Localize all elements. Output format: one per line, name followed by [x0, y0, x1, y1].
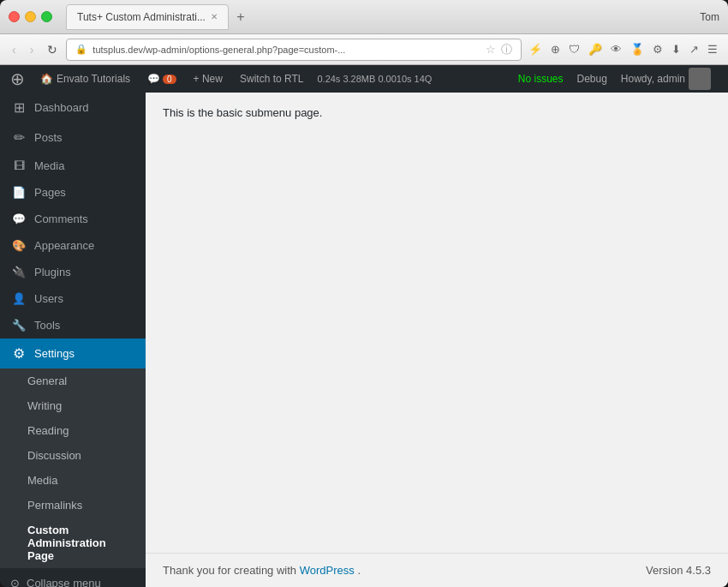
settings-submenu: General Writing Reading Discussion Media…: [0, 368, 146, 568]
submenu-discussion[interactable]: Discussion: [0, 443, 146, 468]
comment-bubble-icon: 💬: [147, 73, 160, 85]
howdy-label: Howdy, admin: [621, 73, 685, 85]
sidebar-label-appearance: Appearance: [34, 239, 94, 252]
new-tab-button[interactable]: +: [232, 9, 249, 25]
submenu-media[interactable]: Media: [0, 468, 146, 493]
no-issues-label: No issues: [511, 73, 570, 85]
address-bar[interactable]: 🔒 tutsplus.dev/wp-admin/options-general.…: [66, 39, 522, 61]
sidebar-item-dashboard[interactable]: ⊞ Dashboard: [0, 93, 146, 123]
layers-icon[interactable]: ⊕: [547, 41, 564, 57]
comments-count: 0: [163, 75, 176, 84]
sidebar-label-users: Users: [34, 292, 63, 305]
sidebar-item-media[interactable]: 🎞 Media: [0, 153, 146, 179]
content-main: This is the basic submenu page.: [146, 93, 728, 553]
lock-icon: 🔒: [75, 44, 87, 55]
footer-period: .: [357, 564, 361, 577]
dashboard-icon: ⊞: [10, 99, 27, 116]
sidebar-label-dashboard: Dashboard: [34, 101, 89, 114]
wp-logo-icon[interactable]: ⊕: [10, 69, 25, 89]
collapse-icon: ⊙: [10, 577, 20, 587]
submenu-permalinks[interactable]: Permalinks: [0, 493, 146, 518]
admin-bar-right: No issues Debug Howdy, admin: [511, 68, 718, 90]
collapse-menu-button[interactable]: ⊙ Collapse menu: [0, 568, 146, 587]
sidebar-label-comments: Comments: [34, 213, 88, 225]
wp-link[interactable]: WordPress: [300, 564, 355, 577]
share-icon[interactable]: ↗: [686, 41, 702, 57]
sidebar-label-tools: Tools: [34, 319, 60, 332]
media-icon: 🎞: [10, 159, 27, 172]
pages-icon: 📄: [10, 186, 27, 199]
submenu-writing[interactable]: Writing: [0, 393, 146, 418]
tools-icon: 🔧: [10, 319, 27, 332]
sidebar-label-settings: Settings: [34, 347, 75, 360]
close-button[interactable]: [9, 11, 20, 22]
browser-window: Tuts+ Custom Administrati... ✕ + Tom ‹ ›…: [0, 0, 728, 587]
footer-credit: Thank you for creating with WordPress .: [163, 564, 361, 577]
tab-bar: Tuts+ Custom Administrati... ✕ +: [66, 4, 695, 30]
star-icon[interactable]: ☆: [486, 43, 496, 56]
nav-icons: ⚡ ⊕ 🛡 🔑 👁 🏅 ⚙ ⬇ ↗ ☰: [525, 41, 721, 57]
new-content-item[interactable]: + New: [185, 65, 231, 93]
nav-bar: ‹ › ↻ 🔒 tutsplus.dev/wp-admin/options-ge…: [0, 34, 728, 65]
forward-button[interactable]: ›: [25, 39, 39, 60]
content-footer: Thank you for creating with WordPress . …: [146, 553, 728, 587]
comments-icon: 💬: [10, 213, 27, 225]
howdy-item[interactable]: Howdy, admin: [614, 68, 718, 90]
admin-stats: 0.24s 3.28MB 0.0010s 14Q: [312, 74, 437, 84]
debug-button[interactable]: Debug: [570, 73, 613, 85]
download-icon[interactable]: ⬇: [668, 41, 684, 57]
sidebar-item-plugins[interactable]: 🔌 Plugins: [0, 259, 146, 285]
eye-icon[interactable]: 👁: [607, 41, 625, 57]
rtl-item[interactable]: Switch to RTL: [231, 65, 312, 93]
extensions-icon[interactable]: ⚡: [525, 41, 546, 57]
sidebar-label-media: Media: [34, 159, 64, 172]
tab-close-icon[interactable]: ✕: [211, 12, 218, 21]
appearance-icon: 🎨: [10, 239, 27, 252]
plugins-icon: 🔌: [10, 266, 27, 279]
maximize-button[interactable]: [41, 11, 52, 22]
title-bar: Tuts+ Custom Administrati... ✕ + Tom: [0, 0, 728, 34]
version-label: Version 4.5.3: [646, 564, 711, 577]
back-button[interactable]: ‹: [7, 39, 21, 60]
comments-item[interactable]: 💬 0: [139, 65, 185, 93]
sidebar-item-posts[interactable]: ✏ Posts: [0, 123, 146, 153]
submenu-general[interactable]: General: [0, 368, 146, 393]
site-name-label: Envato Tutorials: [57, 73, 130, 85]
avatar: [689, 68, 711, 90]
menu-icon[interactable]: ☰: [704, 41, 721, 57]
wp-admin-bar: ⊕ 🏠 Envato Tutorials 💬 0 + New Switch to…: [0, 65, 728, 93]
settings-gear-icon: ⚙: [10, 345, 27, 362]
sidebar-item-pages[interactable]: 📄 Pages: [0, 179, 146, 206]
site-name-item[interactable]: 🏠 Envato Tutorials: [32, 65, 139, 93]
sidebar: ⊞ Dashboard ✏ Posts 🎞 Media 📄 Pages 💬 Co…: [0, 93, 146, 587]
user-label: Tom: [700, 11, 719, 23]
settings-icon[interactable]: ⚙: [649, 41, 666, 57]
tab-title: Tuts+ Custom Administrati...: [77, 11, 206, 23]
traffic-lights: [9, 11, 52, 22]
content-area: This is the basic submenu page. Thank yo…: [146, 93, 728, 587]
submenu-custom-admin[interactable]: Custom Administration Page: [0, 518, 146, 568]
content-text: This is the basic submenu page.: [163, 106, 711, 119]
sidebar-label-posts: Posts: [34, 131, 63, 144]
badge-icon[interactable]: 🏅: [627, 41, 647, 57]
collapse-label: Collapse menu: [27, 577, 101, 587]
footer-text: Thank you for creating with: [163, 564, 300, 577]
info-icon[interactable]: ⓘ: [501, 42, 512, 57]
shield-icon[interactable]: 🛡: [565, 41, 583, 57]
key-icon[interactable]: 🔑: [585, 41, 606, 57]
minimize-button[interactable]: [25, 11, 36, 22]
sidebar-item-appearance[interactable]: 🎨 Appearance: [0, 232, 146, 259]
active-tab[interactable]: Tuts+ Custom Administrati... ✕: [66, 4, 229, 30]
sidebar-item-tools[interactable]: 🔧 Tools: [0, 312, 146, 338]
posts-icon: ✏: [10, 129, 27, 146]
sidebar-item-comments[interactable]: 💬 Comments: [0, 206, 146, 232]
refresh-button[interactable]: ↻: [42, 39, 63, 60]
sidebar-label-pages: Pages: [34, 186, 66, 199]
admin-layout: ⊞ Dashboard ✏ Posts 🎞 Media 📄 Pages 💬 Co…: [0, 93, 728, 587]
sidebar-item-settings[interactable]: ⚙ Settings: [0, 338, 146, 368]
sidebar-label-plugins: Plugins: [34, 266, 71, 279]
home-icon: 🏠: [40, 73, 53, 85]
sidebar-item-users[interactable]: 👤 Users: [0, 285, 146, 312]
users-icon: 👤: [10, 292, 27, 305]
submenu-reading[interactable]: Reading: [0, 418, 146, 443]
